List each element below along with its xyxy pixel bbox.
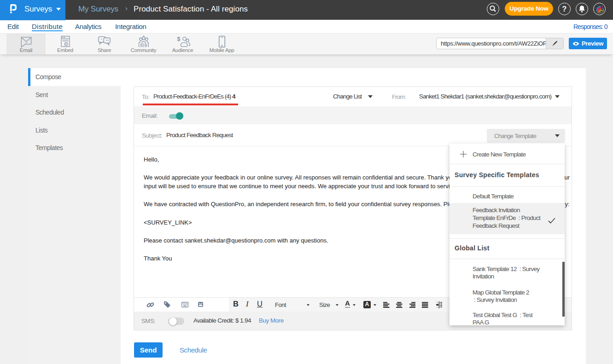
svg-text:$: $ [177,36,180,42]
